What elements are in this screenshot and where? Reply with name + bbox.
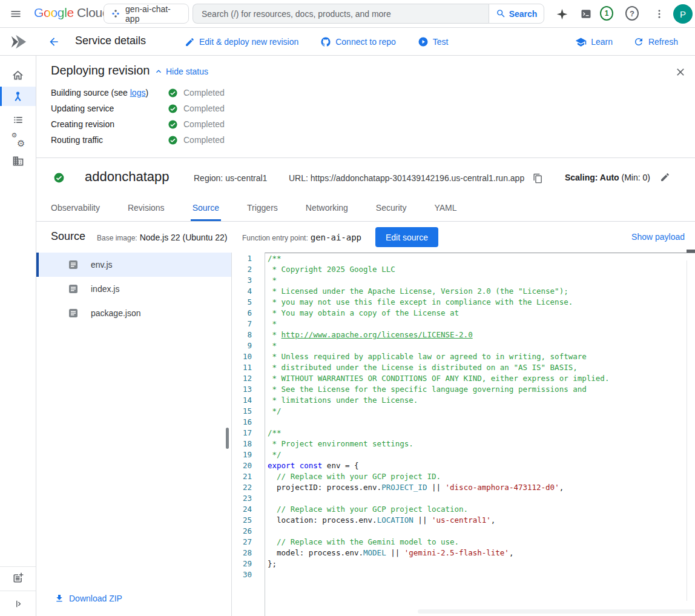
logs-link[interactable]: logs [130, 88, 146, 98]
code-line: projectID: process.env.PROJECT_ID || 'di… [268, 482, 695, 493]
notifications-icon[interactable]: 1 [600, 7, 613, 20]
code-line: * Copyright 2025 Google LLC [268, 264, 695, 275]
line-number: 14 [232, 395, 252, 406]
file-icon [68, 308, 78, 318]
code-editor[interactable]: 1234567891011121314151617181920212223242… [232, 253, 695, 616]
file-panel-scrollbar[interactable] [226, 428, 229, 449]
test-button[interactable]: Test [418, 36, 449, 47]
refresh-label: Refresh [648, 37, 678, 47]
file-index.js[interactable]: index.js [36, 277, 231, 301]
line-number: 28 [232, 548, 252, 558]
avatar[interactable]: P [673, 4, 693, 24]
code-line: * You may obtain a copy of the License a… [268, 308, 695, 319]
learn-button[interactable]: Learn [575, 36, 613, 48]
hide-status-button[interactable]: Hide status [154, 67, 208, 76]
tab-networking[interactable]: Networking [304, 196, 350, 221]
tab-yaml[interactable]: YAML [432, 196, 458, 221]
editor-hscroll-track[interactable] [418, 609, 695, 614]
show-payload-link[interactable]: Show payload [631, 232, 685, 242]
page-title: Service details [75, 35, 146, 47]
tab-source[interactable]: Source [191, 196, 221, 221]
line-number: 25 [232, 515, 252, 526]
help-icon[interactable]: ? [625, 7, 639, 20]
refresh-button[interactable]: Refresh [633, 36, 678, 47]
line-number: 3 [232, 275, 252, 286]
tabs: ObservabilityRevisionsSourceTriggersNetw… [36, 196, 695, 222]
rail-divider [0, 591, 36, 591]
status-step-label: Routing traffic [51, 135, 168, 145]
connect-repo-label: Connect to repo [335, 37, 396, 47]
line-number: 7 [232, 319, 252, 330]
editor-vscroll-track[interactable] [687, 260, 687, 601]
gemini-sparkle-icon[interactable] [555, 7, 568, 21]
line-number: 27 [232, 537, 252, 548]
expand-rail-icon[interactable] [0, 594, 36, 614]
edit-scaling-icon[interactable] [660, 172, 670, 182]
menu-icon[interactable] [10, 7, 24, 21]
tab-revisions[interactable]: Revisions [126, 196, 166, 221]
more-options-icon[interactable] [653, 7, 666, 21]
source-title: Source [51, 230, 85, 243]
file-name: env.js [91, 260, 113, 270]
service-scaling: Scaling: Auto (Min: 0) [565, 158, 670, 196]
connect-repo-button[interactable]: Connect to repo [320, 36, 396, 47]
test-label: Test [433, 37, 449, 47]
nav-organization-icon[interactable] [0, 151, 36, 171]
editor-gutter: 1234567891011121314151617181920212223242… [232, 253, 252, 580]
file-list: env.jsindex.jspackage.json [36, 253, 231, 325]
page-header: Service details Edit & deploy new revisi… [36, 28, 695, 56]
code-line: * limitations under the License. [268, 395, 695, 406]
nav-integrations-icon[interactable]: ⚙⚙ [0, 131, 36, 150]
code-line [268, 493, 695, 504]
tab-observability[interactable]: Observability [49, 196, 102, 221]
close-icon[interactable] [674, 66, 687, 78]
nav-revisions-icon[interactable] [0, 110, 36, 130]
service-status-icon [53, 172, 65, 184]
line-number: 26 [232, 526, 252, 537]
line-number: 15 [232, 406, 252, 417]
cloud-run-logo[interactable] [0, 28, 36, 56]
code-line: // Replace with the Gemini model to use. [268, 537, 695, 548]
left-nav-rail: ⚙⚙ [0, 56, 36, 616]
code-line: * [268, 275, 695, 286]
line-number: 23 [232, 493, 252, 504]
google-cloud-logo: GoogleCloud [34, 5, 109, 20]
code-line: */ [268, 406, 695, 417]
file-env.js[interactable]: env.js [36, 253, 231, 277]
edit-source-button[interactable]: Edit source [375, 227, 438, 247]
github-icon [320, 36, 331, 47]
header-actions: Edit & deploy new revision Connect to re… [185, 28, 449, 56]
search-input[interactable] [193, 4, 489, 24]
file-package.json[interactable]: package.json [36, 301, 231, 325]
download-zip-button[interactable]: Download ZIP [54, 594, 122, 603]
line-number: 18 [232, 439, 252, 449]
code-line: /** [268, 253, 695, 264]
nav-home-icon[interactable] [0, 65, 36, 85]
nav-services-icon[interactable] [0, 87, 36, 106]
back-arrow-icon[interactable] [48, 36, 60, 48]
project-picker[interactable]: gen-ai-chat-app [104, 4, 189, 24]
header-right-actions: Learn Refresh [575, 28, 678, 56]
tab-triggers[interactable]: Triggers [245, 196, 280, 221]
release-notes-icon[interactable] [0, 568, 36, 588]
editor-code[interactable]: /** * Copyright 2025 Google LLC * * Lice… [265, 253, 695, 616]
search-bar: Search [193, 4, 544, 24]
cloud-shell-icon[interactable] [579, 7, 593, 21]
rail-divider [0, 566, 36, 567]
edit-deploy-button[interactable]: Edit & deploy new revision [185, 37, 298, 47]
logo-google: Google [34, 5, 74, 19]
service-region: Region: us-central1 [194, 173, 267, 183]
line-number: 9 [232, 340, 252, 351]
tab-security[interactable]: Security [374, 196, 409, 221]
line-number: 19 [232, 449, 252, 460]
line-number: 12 [232, 373, 252, 384]
search-button[interactable]: Search [489, 4, 544, 24]
code-line: * distributed under the License is distr… [268, 362, 695, 373]
status-step: Creating revisionCompleted [51, 116, 225, 132]
copy-icon[interactable] [533, 173, 544, 184]
code-line: * [268, 319, 695, 330]
code-line: * you may not use this file except in co… [268, 297, 695, 308]
base-image-value: Node.js 22 (Ubuntu 22) [140, 233, 228, 242]
hide-status-label: Hide status [166, 67, 208, 76]
service-url: URL: https://addonchatapp-301439142196.u… [289, 173, 524, 183]
